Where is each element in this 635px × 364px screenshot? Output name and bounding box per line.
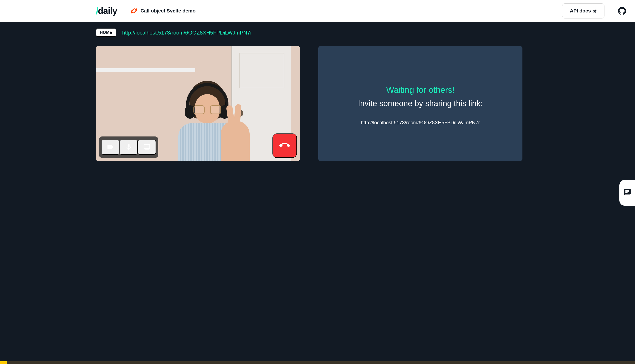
- external-link-icon: [593, 9, 597, 13]
- main-content: HOME http://localhost:5173/room/6OOZ8XH5…: [0, 22, 635, 161]
- camera-icon: [107, 143, 114, 152]
- chat-toggle-button[interactable]: [619, 180, 635, 206]
- svelte-section: Call object Svelte demo: [131, 8, 195, 14]
- bottom-bar: [0, 361, 635, 364]
- header-left: / daily Call object Svelte demo: [0, 5, 195, 16]
- controls-tray: [99, 136, 158, 158]
- camera-toggle-button[interactable]: [101, 140, 119, 155]
- app-header: / daily Call object Svelte demo API docs: [0, 0, 635, 22]
- svelte-icon: [131, 8, 137, 14]
- local-video-tile: [96, 46, 300, 161]
- waiting-share-link: http://localhost:5173/room/6OOZ8XH5FPDiL…: [361, 120, 480, 126]
- waiting-subtitle: Invite someone by sharing this link:: [358, 99, 483, 108]
- bottom-bar-accent: [0, 361, 7, 364]
- waiting-tile: Waiting for others! Invite someone by sh…: [318, 46, 522, 161]
- svg-rect-1: [144, 144, 150, 148]
- microphone-icon: [125, 143, 132, 152]
- header-right: API docs: [562, 3, 626, 18]
- header-divider: [124, 7, 124, 15]
- screenshare-icon: [143, 143, 151, 152]
- chat-icon: [623, 188, 631, 198]
- screenshare-toggle-button[interactable]: [138, 140, 156, 155]
- mic-toggle-button[interactable]: [119, 140, 138, 155]
- waiting-title: Waiting for others!: [386, 85, 455, 95]
- daily-logo[interactable]: / daily: [96, 5, 117, 16]
- api-docs-label: API docs: [570, 8, 591, 14]
- header-divider-right: [611, 7, 611, 15]
- hangup-button[interactable]: [272, 133, 297, 158]
- svg-line-0: [594, 10, 596, 12]
- github-link[interactable]: [618, 7, 626, 15]
- hangup-icon: [279, 140, 290, 152]
- breadcrumb: HOME http://localhost:5173/room/6OOZ8XH5…: [96, 28, 539, 37]
- call-controls: [99, 133, 297, 158]
- page-title: Call object Svelte demo: [140, 8, 195, 14]
- room-url-text: http://localhost:5173/room/6OOZ8XH5FPDiL…: [122, 30, 252, 36]
- logo-text: daily: [98, 6, 117, 16]
- home-button[interactable]: HOME: [96, 28, 116, 37]
- github-icon: [618, 7, 626, 15]
- video-grid: Waiting for others! Invite someone by sh…: [96, 46, 539, 161]
- api-docs-button[interactable]: API docs: [562, 3, 604, 18]
